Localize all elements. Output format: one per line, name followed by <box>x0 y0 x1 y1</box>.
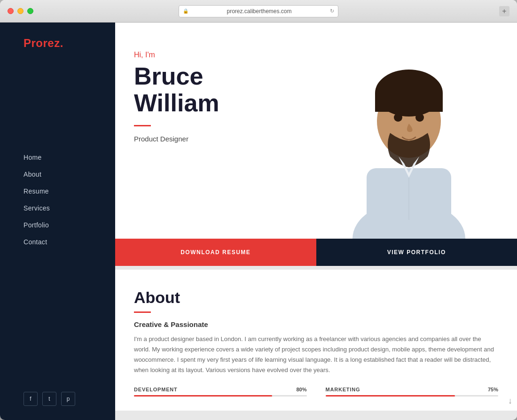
about-section: About Creative & Passionate I'm a produc… <box>115 270 517 411</box>
cta-buttons: DOWNLOAD RESUME VIEW PORTFOLIO <box>115 239 517 266</box>
pinterest-link[interactable]: p <box>61 392 75 406</box>
scroll-indicator: ↓ <box>508 396 512 406</box>
page-content: Hi, I'm Bruce William Product Designer <box>115 23 517 420</box>
hero-name-line2: William <box>134 89 219 117</box>
skill-marketing-bar-fill <box>326 395 455 397</box>
twitter-link[interactable]: t <box>42 392 56 406</box>
view-portfolio-button[interactable]: VIEW PORTFOLIO <box>316 239 517 266</box>
nav-item-services[interactable]: Services <box>24 200 115 217</box>
nav-item-resume[interactable]: Resume <box>24 183 115 200</box>
skill-marketing-header: MARKETING 75% <box>326 387 499 392</box>
about-subtitle: Creative & Passionate <box>134 320 498 328</box>
hero-name-line1: Bruce <box>134 62 203 90</box>
skill-development-header: DEVELOPMENT 80% <box>134 387 307 392</box>
skill-development-bar-fill <box>134 395 272 397</box>
minimize-button[interactable] <box>17 8 24 14</box>
maximize-button[interactable] <box>27 8 33 14</box>
hero-job-title: Product Designer <box>134 135 517 143</box>
skill-development-pct: 80% <box>296 387 306 392</box>
window-controls <box>8 8 33 14</box>
url-text: prorez.caliberthemes.com <box>191 8 327 15</box>
hamburger-button[interactable] <box>494 27 512 45</box>
skill-development: DEVELOPMENT 80% <box>134 387 307 397</box>
main-nav: Home About Resume Services Portfolio Con… <box>0 23 115 378</box>
sidebar: Prorez. Home About Resume Services Portf… <box>0 23 115 420</box>
skill-marketing-bar-bg <box>326 395 499 397</box>
skill-marketing-pct: 75% <box>488 387 498 392</box>
hero-greeting: Hi, I'm <box>134 51 517 59</box>
download-resume-button[interactable]: DOWNLOAD RESUME <box>115 239 316 266</box>
titlebar: 🔒 prorez.caliberthemes.com ↻ + <box>0 0 517 23</box>
mac-window: 🔒 prorez.caliberthemes.com ↻ + Prorez. H… <box>0 0 517 420</box>
skill-development-bar-bg <box>134 395 307 397</box>
hero-divider <box>134 125 151 126</box>
skill-development-name: DEVELOPMENT <box>134 387 178 392</box>
app-content: Prorez. Home About Resume Services Portf… <box>0 23 517 420</box>
about-title: About <box>134 288 498 307</box>
new-tab-button[interactable]: + <box>499 6 509 16</box>
lock-icon: 🔒 <box>183 8 188 14</box>
nav-item-home[interactable]: Home <box>24 149 115 166</box>
facebook-link[interactable]: f <box>24 392 38 406</box>
hamburger-line-1 <box>499 32 508 33</box>
about-body: I'm a product designer based in London. … <box>134 334 498 375</box>
address-bar[interactable]: 🔒 prorez.caliberthemes.com ↻ <box>179 5 338 17</box>
skill-marketing: MARKETING 75% <box>326 387 499 397</box>
skills-row: DEVELOPMENT 80% MARKETING 75% <box>134 387 498 397</box>
nav-item-about[interactable]: About <box>24 166 115 183</box>
refresh-icon[interactable]: ↻ <box>330 8 334 14</box>
hero-name: Bruce William <box>134 63 517 117</box>
hero-section: Hi, I'm Bruce William Product Designer <box>115 23 517 239</box>
hero-content: Hi, I'm Bruce William Product Designer <box>115 23 517 143</box>
hamburger-line-3 <box>499 39 508 40</box>
nav-item-portfolio[interactable]: Portfolio <box>24 217 115 233</box>
main-panel: Hi, I'm Bruce William Product Designer <box>115 23 517 420</box>
social-links: f t p <box>0 378 115 420</box>
close-button[interactable] <box>8 8 14 14</box>
skill-marketing-name: MARKETING <box>326 387 360 392</box>
hamburger-line-2 <box>499 36 508 37</box>
nav-item-contact[interactable]: Contact <box>24 233 115 250</box>
about-divider <box>134 311 151 313</box>
